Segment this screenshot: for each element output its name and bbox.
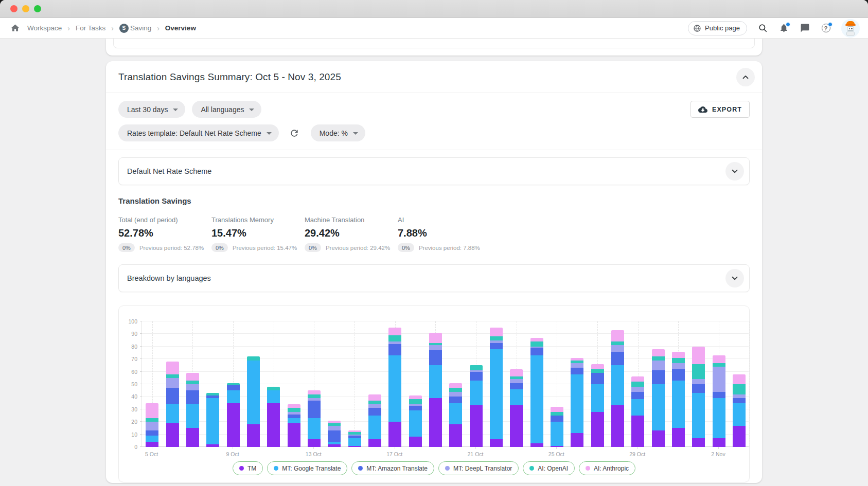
bar-10-oct[interactable] (247, 356, 260, 447)
translation-savings-stats: Translation Savings Total (end of period… (106, 185, 762, 252)
chevron-right-icon: › (111, 24, 114, 32)
bar-18-oct[interactable] (409, 395, 422, 447)
x-axis-label: 17 Oct (379, 451, 410, 457)
legend-item-deepl-translator[interactable]: MT: DeepL Translator (438, 461, 519, 475)
expand-rate-scheme-button[interactable] (725, 162, 744, 181)
bar-1-nov[interactable] (692, 347, 705, 447)
bar-23-oct[interactable] (510, 369, 523, 447)
date-range-dropdown[interactable]: Last 30 days (118, 101, 185, 118)
legend-item-anthropic[interactable]: AI: Anthropic (579, 461, 635, 475)
legend-item-openai[interactable]: AI: OpenAI (523, 461, 575, 475)
notifications-bell-icon[interactable] (778, 23, 789, 34)
help-badge (828, 22, 832, 27)
chevron-up-icon (741, 73, 750, 82)
bar-30-oct[interactable] (652, 349, 665, 447)
legend-item-google-translate[interactable]: MT: Google Translate (267, 461, 347, 475)
breadcrumb: Workspace › For Tasks › S Saving › Overv… (9, 23, 196, 34)
bar-24-oct[interactable] (530, 338, 543, 447)
delta-badge: 0% (398, 243, 414, 252)
minimize-window-button[interactable] (22, 5, 29, 12)
bar-16-oct[interactable] (368, 394, 381, 447)
deepl-color-dot (445, 466, 450, 471)
macos-titlebar (0, 0, 868, 18)
breadcrumb-workspace[interactable]: Workspace (27, 24, 62, 32)
chevron-right-icon: › (67, 24, 70, 32)
legend-item-amazon-translate[interactable]: MT: Amazon Translate (351, 461, 434, 475)
tm-color-dot (239, 466, 244, 471)
breadcrumb-for-tasks[interactable]: For Tasks (76, 24, 105, 32)
chevron-down-icon (353, 132, 358, 135)
delta-badge: 0% (305, 243, 321, 252)
help-icon[interactable]: ? (820, 23, 831, 34)
home-icon[interactable] (9, 23, 21, 34)
stat-translation-memory: Translations Memory 15.47% 0% Previous p… (211, 216, 305, 252)
bar-3-nov[interactable] (733, 374, 746, 447)
previous-card-remnant (106, 39, 762, 56)
bar-29-oct[interactable] (631, 376, 644, 447)
breadcrumb-overview[interactable]: Overview (165, 24, 196, 32)
bar-31-oct[interactable] (672, 352, 685, 447)
bar-21-oct[interactable] (470, 365, 483, 447)
bar-7-oct[interactable] (186, 373, 199, 447)
delta-badge: 0% (211, 243, 228, 252)
stat-ai: AI 7.88% 0% Previous period: 7.88% (398, 216, 491, 252)
top-navbar: Workspace › For Tasks › S Saving › Overv… (0, 18, 868, 39)
bar-13-oct[interactable] (308, 390, 321, 447)
close-window-button[interactable] (10, 5, 17, 12)
mode-dropdown[interactable]: Mode: % (311, 124, 365, 141)
bar-12-oct[interactable] (288, 404, 300, 447)
expand-breakdown-button[interactable] (725, 269, 744, 287)
google-translate-color-dot (274, 466, 278, 471)
chart-plot (141, 321, 749, 447)
legend-item-tm[interactable]: TM (233, 461, 263, 475)
collapse-card-button[interactable] (736, 68, 755, 86)
chat-icon[interactable] (799, 23, 810, 34)
zoom-window-button[interactable] (34, 5, 41, 12)
bar-17-oct[interactable] (388, 328, 401, 447)
public-page-button[interactable]: Public page (688, 21, 747, 35)
x-axis-label: 25 Oct (541, 451, 572, 457)
languages-dropdown[interactable]: All languages (192, 101, 261, 118)
openai-color-dot (529, 466, 534, 471)
stat-total: Total (end of period) 52.78% 0% Previous… (118, 216, 211, 252)
delta-badge: 0% (118, 243, 135, 252)
app-window: Workspace › For Tasks › S Saving › Overv… (0, 0, 868, 486)
bar-19-oct[interactable] (429, 333, 442, 447)
bar-15-oct[interactable] (348, 430, 361, 447)
breadcrumb-saving[interactable]: S Saving (119, 24, 151, 33)
saving-avatar: S (119, 24, 129, 33)
bar-26-oct[interactable] (571, 358, 583, 447)
page-content: Translation Savings Summary: Oct 5 - Nov… (0, 39, 868, 486)
navbar-actions: Public page ? (688, 19, 860, 38)
refresh-button[interactable] (289, 128, 299, 138)
x-axis-label: 13 Oct (298, 451, 329, 457)
bar-2-nov[interactable] (713, 355, 725, 447)
filters-section: Last 30 days All languages EXPORT (106, 93, 762, 150)
bar-27-oct[interactable] (591, 364, 604, 447)
breakdown-languages-panel[interactable]: Breakdown by languages (118, 264, 750, 292)
bar-22-oct[interactable] (490, 328, 503, 447)
export-button[interactable]: EXPORT (690, 101, 750, 118)
chevron-down-icon (173, 109, 178, 111)
rates-template-dropdown[interactable]: Rates template: Default Net Rate Scheme (118, 124, 279, 141)
bar-6-oct[interactable] (166, 362, 179, 447)
cloud-download-icon (698, 105, 707, 114)
chevron-down-icon (730, 167, 739, 176)
notification-badge (786, 22, 790, 27)
bar-5-oct[interactable] (146, 403, 158, 447)
breakdown-languages-label: Breakdown by languages (127, 274, 211, 282)
bar-28-oct[interactable] (611, 330, 624, 447)
bar-25-oct[interactable] (551, 407, 563, 447)
chevron-down-icon (267, 132, 272, 135)
bar-11-oct[interactable] (267, 387, 280, 447)
user-avatar[interactable] (841, 19, 860, 38)
stat-machine-translation: Machine Translation 29.42% 0% Previous p… (305, 216, 398, 252)
bar-20-oct[interactable] (449, 383, 462, 447)
x-axis-label: 5 Oct (136, 451, 167, 457)
bar-9-oct[interactable] (227, 383, 240, 447)
bar-14-oct[interactable] (328, 421, 341, 447)
rate-scheme-panel[interactable]: Default Net Rate Scheme (118, 157, 750, 185)
chart-y-axis: 0102030405060708090100 (119, 321, 141, 447)
search-icon[interactable] (757, 23, 768, 34)
bar-8-oct[interactable] (206, 393, 219, 447)
